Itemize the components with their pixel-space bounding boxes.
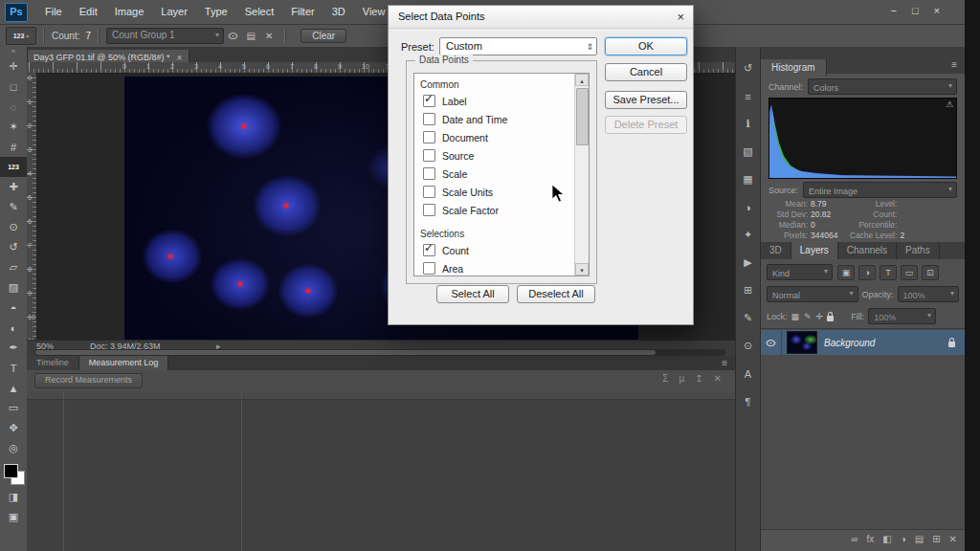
collapsed-styles-icon[interactable]: ✦ <box>738 226 758 244</box>
menu-item[interactable]: Layer <box>152 0 196 24</box>
move-tool[interactable]: ✛ <box>0 56 27 77</box>
filter-adjustment-layers-icon[interactable]: ◑ <box>858 265 876 280</box>
cached-data-warning-icon[interactable]: ⚠ <box>946 99 953 109</box>
save-preset-button[interactable]: Save Preset... <box>605 91 687 109</box>
foreground-color-swatch[interactable] <box>4 464 18 478</box>
dodge-tool[interactable]: ◐ <box>0 318 27 338</box>
hand-tool[interactable]: ✥ <box>0 418 27 438</box>
count-marker[interactable] <box>242 124 246 128</box>
checkbox[interactable]: ✓ <box>423 95 435 107</box>
filter-pixel-layers-icon[interactable]: ▣ <box>837 265 855 280</box>
scrollbar-thumb[interactable] <box>35 350 656 355</box>
ok-button[interactable]: OK <box>605 37 687 55</box>
collapsed-info-icon[interactable]: ℹ <box>738 115 758 133</box>
count-marker[interactable] <box>306 289 310 293</box>
pen-tool[interactable]: ✒ <box>0 338 27 358</box>
collapsed-color-icon[interactable]: ▧ <box>738 143 758 161</box>
menu-item[interactable]: 3D <box>323 0 354 24</box>
lock-paint-icon[interactable]: ✎ <box>804 312 812 321</box>
cancel-button[interactable]: Cancel <box>605 63 687 81</box>
tab-measurement-log[interactable]: Measurement Log <box>79 356 169 370</box>
collapsed-properties-icon[interactable]: ≡ <box>738 87 758 105</box>
preset-dropdown[interactable]: Custom <box>439 37 597 55</box>
collapsed-tool-presets-icon[interactable]: ⊞ <box>738 281 758 299</box>
maximize-icon[interactable]: □ <box>912 4 919 17</box>
tab-3d[interactable]: 3D <box>761 242 791 259</box>
clone-stamp-tool[interactable]: ⊙ <box>0 217 27 237</box>
data-point-row[interactable]: ✓ Scale <box>420 165 585 183</box>
quick-selection-tool[interactable]: ✶ <box>0 117 27 137</box>
link-layers-icon[interactable]: ∞ <box>851 534 858 544</box>
count-group-dropdown[interactable]: Count Group 1 <box>106 28 224 44</box>
new-adjustment-layer-icon[interactable]: ◑ <box>901 534 906 544</box>
delete-measurements-icon[interactable]: ✕ <box>714 373 722 384</box>
screen-mode-button[interactable]: ▣ <box>0 507 27 527</box>
scroll-up-icon[interactable]: ▴ <box>575 74 589 86</box>
checkbox[interactable]: ✓ <box>423 149 435 162</box>
lasso-tool[interactable]: ◌ <box>0 97 27 117</box>
history-brush-tool[interactable]: ↺ <box>0 237 27 257</box>
collapsed-clone-source-icon[interactable]: ⊙ <box>738 337 758 355</box>
list-scrollbar[interactable]: ▴ ▾ <box>574 74 589 276</box>
blur-tool[interactable]: ◓ <box>0 298 27 318</box>
menu-item[interactable]: Image <box>106 0 153 24</box>
dialog-title-bar[interactable]: Select Data Points × <box>389 6 693 29</box>
tab-channels[interactable]: Channels <box>838 242 897 259</box>
tab-close-icon[interactable]: × <box>177 53 183 63</box>
path-selection-tool[interactable]: ▲ <box>0 378 27 398</box>
toolbar-collapse-icon[interactable]: » <box>11 47 15 56</box>
select-all-button[interactable]: Select All <box>436 285 509 303</box>
count-marker[interactable] <box>168 254 172 258</box>
count-tool[interactable]: 123 <box>0 157 27 177</box>
shape-tool[interactable]: ▭ <box>0 398 27 418</box>
layer-thumbnail[interactable] <box>787 331 817 354</box>
measurement-table[interactable] <box>27 390 735 551</box>
collapsed-history-icon[interactable]: ↺ <box>738 59 758 77</box>
marquee-tool[interactable]: □ <box>0 77 27 97</box>
menu-item[interactable]: Type <box>196 0 236 24</box>
data-point-row[interactable]: ✓ Count <box>420 241 585 259</box>
menu-item[interactable]: Filter <box>282 0 323 24</box>
source-dropdown[interactable]: Entire Image <box>803 182 957 198</box>
toggle-visibility-icon[interactable]: ⊙ <box>228 31 238 41</box>
checkbox[interactable]: ✓ <box>423 131 435 143</box>
brush-tool[interactable]: ✎ <box>0 197 27 217</box>
data-point-row[interactable]: ✓ Area <box>420 259 585 276</box>
checkbox[interactable]: ✓ <box>423 167 435 180</box>
histogram-panel-menu-icon[interactable]: ≡ <box>951 59 957 70</box>
checkbox[interactable]: ✓ <box>423 186 435 198</box>
panel-menu-icon[interactable]: ≡ <box>714 356 735 370</box>
horizontal-scrollbar[interactable] <box>34 349 725 356</box>
checkbox[interactable]: ✓ <box>423 204 435 216</box>
kind-filter-dropdown[interactable]: Kind <box>767 264 833 280</box>
count-marker[interactable] <box>238 282 242 286</box>
collapsed-character-icon[interactable]: A <box>738 364 758 383</box>
checkbox[interactable]: ✓ <box>423 113 435 125</box>
collapsed-paragraph-icon[interactable]: ¶ <box>738 392 758 410</box>
type-tool[interactable]: T <box>0 358 27 378</box>
delete-group-icon[interactable]: ✕ <box>265 31 273 41</box>
fill-dropdown[interactable]: 100% <box>868 308 936 324</box>
lock-all-icon[interactable] <box>827 316 834 321</box>
dialog-close-icon[interactable]: × <box>677 6 684 28</box>
export-measurements-icon[interactable]: ↥ <box>695 373 702 384</box>
collapsed-adjustments-icon[interactable]: ◑ <box>738 198 758 216</box>
collapsed-swatches-icon[interactable]: ▦ <box>738 170 758 188</box>
scroll-down-icon[interactable]: ▾ <box>575 263 589 276</box>
layer-row-background[interactable]: ⊙ Background <box>761 330 965 355</box>
menu-item[interactable]: Select <box>236 0 283 24</box>
data-point-row[interactable]: ✓ Date and Time <box>420 110 585 128</box>
data-points-list[interactable]: Common ✓ Label ✓ <box>413 73 590 276</box>
sigma-mean-icon[interactable]: µ <box>679 373 684 384</box>
layer-group-icon[interactable]: ▤ <box>915 534 924 544</box>
filter-smart-objects-icon[interactable]: ⊡ <box>922 265 939 280</box>
layer-mask-icon[interactable]: ◧ <box>882 534 891 544</box>
new-group-icon[interactable]: ▤ <box>246 31 255 41</box>
lock-position-icon[interactable]: ✛ <box>816 312 824 321</box>
new-layer-icon[interactable]: ⊞ <box>932 534 940 544</box>
collapsed-actions-icon[interactable]: ▶ <box>738 253 758 272</box>
blend-mode-dropdown[interactable]: Normal <box>767 286 858 302</box>
data-point-row[interactable]: ✓ Label <box>420 92 585 110</box>
crop-tool[interactable]: # <box>0 137 27 157</box>
quick-mask-button[interactable]: ◨ <box>0 487 27 507</box>
